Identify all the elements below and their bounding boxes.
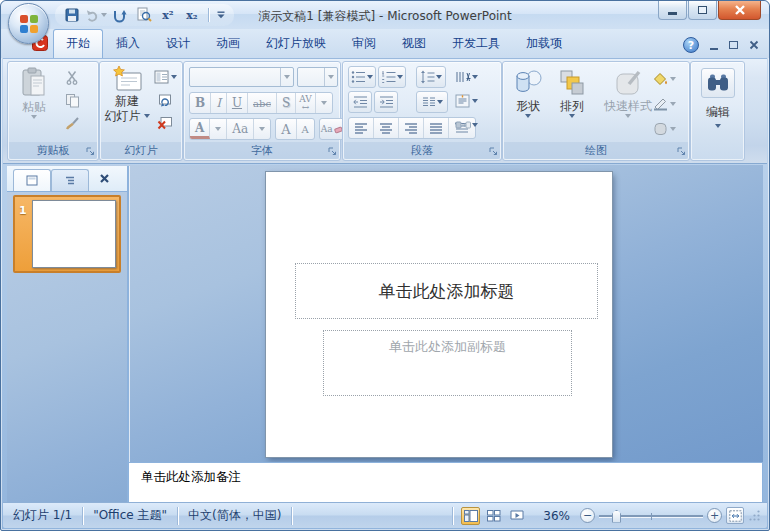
shapes-icon [513,68,543,98]
numbering-icon [381,70,396,84]
character-spacing-dropdown[interactable] [316,93,332,113]
zoom-slider-thumb[interactable] [612,510,621,523]
underline-button[interactable]: U [227,93,248,113]
align-right-button[interactable] [399,118,424,138]
font-size-combo[interactable] [297,67,338,87]
tab-outline[interactable] [51,169,89,191]
resize-grip[interactable] [748,509,761,522]
zoom-out-button[interactable]: − [580,508,595,523]
tab-design[interactable]: 设计 [153,29,203,58]
undo-icon [85,8,101,23]
font-name-combo[interactable] [189,67,294,87]
theme-indicator[interactable]: "Office 主题" [83,507,178,525]
tab-slideshow[interactable]: 幻灯片放映 [253,29,339,58]
shrink-font-button[interactable]: A [297,119,314,139]
shape-outline-button[interactable] [647,93,681,115]
title-placeholder[interactable]: 单击此处添加标题 [295,263,598,319]
zoom-level[interactable]: 36% [540,509,570,523]
zoom-slider[interactable] [599,509,703,523]
ribbon-tabs: 开始 插入 设计 动画 幻灯片放映 审阅 视图 开发工具 加载项 [53,29,575,58]
change-case-dropdown[interactable] [254,119,270,139]
delete-icon [157,116,173,130]
help-button[interactable]: ? [683,37,699,53]
italic-button[interactable]: I [211,93,227,113]
numbering-button[interactable] [378,66,406,88]
tab-home[interactable]: 开始 [53,29,103,58]
slide-thumbnail-page[interactable] [32,200,116,268]
increase-indent-button[interactable] [374,91,398,113]
clear-formatting-button[interactable]: Aa [319,118,345,140]
slide-canvas[interactable]: 单击此处添加标题 单击此处添加副标题 [266,172,612,457]
arrange-button[interactable]: 排列 [553,68,591,118]
justify-button[interactable] [424,118,449,138]
slides-tab-icon [26,175,38,186]
tab-review[interactable]: 审阅 [339,29,389,58]
office-button[interactable] [8,3,49,44]
font-dialog-launcher[interactable] [326,145,338,157]
editing-button[interactable]: 编辑 [698,68,738,128]
tab-insert[interactable]: 插入 [103,29,153,58]
maximize-button[interactable] [688,1,717,20]
font-color-button[interactable]: A [190,119,210,139]
bold-button[interactable]: B [190,93,211,113]
convert-smartart-button[interactable] [449,114,483,136]
new-slide-button[interactable]: 新建 幻灯片 [103,65,151,123]
text-direction-button[interactable] [449,66,483,88]
character-spacing-button[interactable]: AV ↔ [296,93,316,113]
tab-animations[interactable]: 动画 [203,29,253,58]
language-indicator[interactable]: 中文(简体，中国) [178,507,292,525]
slide-indicator[interactable]: 幻灯片 1/1 [3,507,83,525]
cut-button[interactable] [60,66,84,88]
save-button[interactable] [61,5,83,25]
decrease-indent-button[interactable] [348,91,372,113]
shape-fill-button[interactable] [647,68,681,90]
close-button[interactable] [718,1,761,20]
delete-slide-button[interactable] [153,112,177,134]
slides-panel-tabs [7,166,127,192]
subtitle-placeholder[interactable]: 单击此处添加副标题 [323,330,572,396]
format-painter-button[interactable] [60,112,84,134]
slides-group: 新建 幻灯片 [99,61,183,161]
undo-button[interactable] [85,5,107,25]
text-shadow-button[interactable]: S [277,93,296,113]
tab-slides-thumbnails[interactable] [13,169,51,191]
paste-button[interactable]: 粘贴 [14,67,54,119]
layout-button[interactable] [153,66,177,88]
strikethrough-button[interactable]: abc [248,93,277,113]
columns-button[interactable] [416,91,448,113]
notes-pane[interactable]: 单击此处添加备注 [128,462,763,503]
line-spacing-button[interactable] [416,66,446,88]
tab-view[interactable]: 视图 [389,29,439,58]
grow-font-button[interactable]: A [276,119,296,139]
bullets-button[interactable] [348,66,376,88]
shape-effects-button[interactable] [647,118,681,140]
normal-view-button[interactable] [461,507,480,525]
zoom-in-button[interactable]: + [707,508,722,523]
normal-view-icon [464,510,478,522]
tab-addins[interactable]: 加载项 [513,29,575,58]
align-text-button[interactable] [449,90,483,112]
paragraph-dialog-launcher[interactable] [487,145,499,157]
align-left-button[interactable] [349,118,374,138]
close-panel-button[interactable] [99,173,110,187]
slideshow-view-button[interactable] [507,507,526,525]
fit-slide-to-window-button[interactable] [726,507,744,524]
font-color-dropdown[interactable] [210,119,227,139]
doc-restore-button[interactable] [729,41,738,49]
tab-developer[interactable]: 开发工具 [439,29,513,58]
reset-slide-button[interactable] [153,89,177,111]
slide-sorter-view-button[interactable] [484,507,503,525]
align-center-button[interactable] [374,118,399,138]
copy-button[interactable] [60,89,84,111]
slide-thumbnail-selected[interactable]: 1 [13,195,121,273]
minimize-button[interactable] [658,1,687,20]
shapes-button[interactable]: 形状 [509,68,547,118]
doc-close-button[interactable] [749,40,759,50]
panel-splitter[interactable] [127,166,129,502]
undo-dropdown-arrow[interactable] [101,13,107,17]
change-case-button[interactable]: Aa [227,119,254,139]
drawing-dialog-launcher[interactable] [675,145,687,157]
clipboard-dialog-launcher[interactable] [84,145,96,157]
doc-minimize-button[interactable] [710,48,718,50]
drawing-group-label: 绘图 [504,142,688,159]
